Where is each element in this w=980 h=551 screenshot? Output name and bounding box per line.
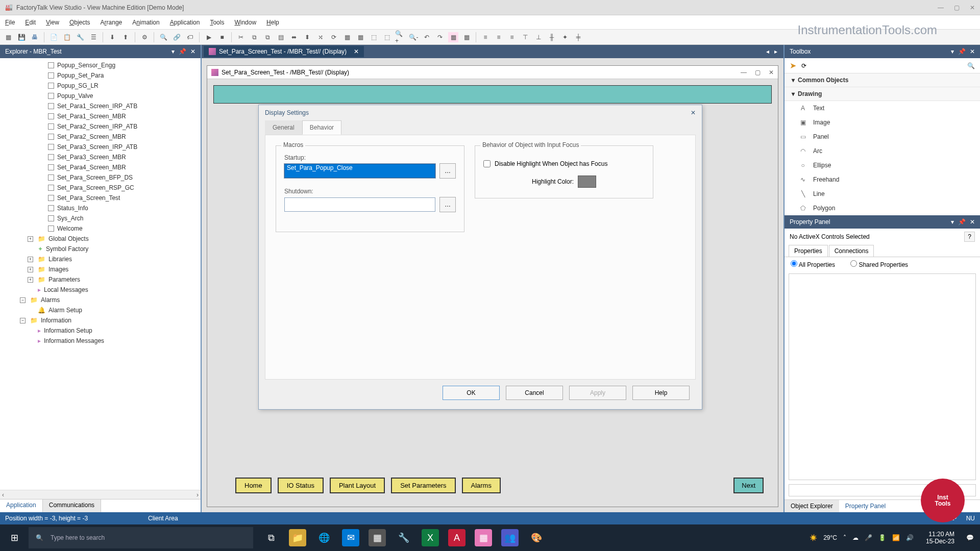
mic-icon[interactable]: 🎤 [865, 534, 872, 541]
al1-icon[interactable]: ≡ [480, 32, 491, 42]
tray-chevron-icon[interactable]: ˄ [843, 534, 846, 541]
tree-item[interactable]: +📁Images [2, 264, 201, 274]
paste-icon[interactable]: 📋 [62, 32, 72, 42]
ft-app-icon[interactable]: ▦ [475, 529, 492, 546]
tool-icon[interactable]: 🔧 [75, 32, 85, 42]
tree-item[interactable]: +📁Parameters [2, 274, 201, 285]
tree-item[interactable]: ✦Symbol Factory [2, 244, 201, 254]
zoomout-icon[interactable]: 🔍- [408, 32, 419, 42]
tree-item[interactable]: Popup_Set_Para [2, 70, 201, 81]
toolbox-item[interactable]: ╲Line [785, 187, 980, 201]
toolbox-search-icon[interactable]: 🔍 [967, 62, 975, 69]
tab-prev-icon[interactable]: ◂ [766, 48, 769, 55]
alignv-icon[interactable]: ⬍ [302, 32, 312, 42]
tab-behavior[interactable]: Behavior [302, 120, 341, 135]
list-icon[interactable]: ☰ [88, 32, 99, 42]
inner-min-icon[interactable]: — [741, 69, 747, 76]
tree-item[interactable]: Popup_Valve [2, 91, 201, 101]
dup2-icon[interactable]: ⧉ [262, 32, 273, 42]
app2-icon[interactable]: 🔧 [395, 529, 412, 546]
tree-item[interactable]: ▸Information Messages [2, 336, 201, 346]
menu-arrange[interactable]: Arrange [101, 19, 122, 26]
menu-application[interactable]: Application [170, 19, 200, 26]
props2-icon[interactable]: ▦ [461, 32, 472, 42]
notifications-icon[interactable]: 💬 [960, 534, 980, 541]
play-icon[interactable]: ▶ [204, 32, 214, 42]
radio-shared-properties[interactable]: Shared Properties [850, 260, 908, 268]
cancel-button[interactable]: Cancel [506, 386, 563, 400]
onedrive-icon[interactable]: ☁ [852, 534, 859, 541]
nav-button[interactable]: IO Status [278, 478, 324, 493]
toolbox-close-icon[interactable]: ✕ [970, 48, 975, 55]
print-icon[interactable]: 🖶 [30, 32, 40, 42]
tree-item[interactable]: Popup_Sensor_Engg [2, 60, 201, 70]
scroll-right-icon[interactable]: › [197, 491, 199, 498]
tree-item[interactable]: Set_Para3_Screen_IRP_ATB [2, 142, 201, 152]
paint-icon[interactable]: 🎨 [528, 529, 545, 546]
menu-view[interactable]: View [46, 19, 59, 26]
start-button[interactable]: ⊞ [0, 532, 29, 543]
al3-icon[interactable]: ≡ [507, 32, 517, 42]
al5-icon[interactable]: ⊥ [533, 32, 544, 42]
close-panel-icon[interactable]: ✕ [190, 48, 195, 55]
ok-button[interactable]: OK [443, 386, 500, 400]
explorer-tab-communications[interactable]: Communications [43, 499, 101, 512]
pointer-icon[interactable]: ➤ [790, 61, 796, 70]
al7-icon[interactable]: ✦ [560, 32, 570, 42]
al2-icon[interactable]: ≡ [494, 32, 504, 42]
toolbox-item[interactable]: ○Ellipse [785, 158, 980, 172]
acrobat-icon[interactable]: A [448, 529, 465, 546]
download-icon[interactable]: ⬇ [107, 32, 117, 42]
tree-item[interactable]: ▸Information Setup [2, 325, 201, 336]
toolbox-item[interactable]: ▭Panel [785, 130, 980, 144]
grid-icon[interactable]: ▦ [342, 32, 352, 42]
new-icon[interactable]: ▦ [3, 32, 13, 42]
nav-button[interactable]: Plant Layout [330, 478, 385, 493]
tree-item[interactable]: Status_Info [2, 203, 201, 213]
group-icon[interactable]: ⬚ [369, 32, 379, 42]
excel-icon[interactable]: X [422, 529, 439, 546]
toolbox-dropdown-icon[interactable]: ▾ [951, 48, 954, 55]
tree-item[interactable]: Set_Para_Screen_RSP_GC [2, 183, 201, 193]
menu-objects[interactable]: Objects [69, 19, 90, 26]
toolbox-section-header[interactable]: ▾Common Objects [785, 73, 980, 87]
link-icon[interactable]: 🔗 [172, 32, 182, 42]
minimize-icon[interactable]: — [938, 4, 944, 11]
chrome-icon[interactable]: 🌐 [315, 529, 333, 546]
zoomin-icon[interactable]: 🔍+ [395, 32, 405, 42]
tree-item[interactable]: Set_Para4_Screen_MBR [2, 162, 201, 172]
outlook-icon[interactable]: ✉ [342, 529, 359, 546]
menu-edit[interactable]: Edit [25, 19, 36, 26]
taskbar-clock[interactable]: 11:20 AM 15-Dec-23 [921, 531, 960, 545]
next-button[interactable]: Next [733, 478, 764, 493]
toolbox-section-header[interactable]: ▾Drawing [785, 87, 980, 101]
tree-item[interactable]: +📁Global Objects [2, 234, 201, 244]
prop-dropdown-icon[interactable]: ▾ [951, 218, 954, 226]
flip-icon[interactable]: ⤭ [315, 32, 326, 42]
tab-connections[interactable]: Connections [829, 245, 874, 257]
wifi-icon[interactable]: 📶 [892, 534, 900, 541]
menu-animation[interactable]: Animation [132, 19, 159, 26]
tree-item[interactable]: Set_Para1_Screen_MBR [2, 111, 201, 121]
al4-icon[interactable]: ⊤ [520, 32, 530, 42]
explorer-tree[interactable]: Popup_Sensor_EnggPopup_Set_ParaPopup_SG_… [0, 58, 201, 490]
scroll-left-icon[interactable]: ‹ [2, 491, 4, 498]
align-icon[interactable]: ▤ [276, 32, 286, 42]
tree-item[interactable]: Set_Para3_Screen_MBR [2, 152, 201, 162]
upload-icon[interactable]: ⬆ [120, 32, 131, 42]
toolbox-item[interactable]: ∿Freehand [785, 172, 980, 187]
dup-icon[interactable]: ⧉ [249, 32, 259, 42]
tab-next-icon[interactable]: ▸ [774, 48, 777, 55]
highlight-color-swatch[interactable] [578, 176, 596, 188]
help-button[interactable]: Help [632, 386, 690, 400]
dialog-close-icon[interactable]: ✕ [691, 109, 696, 116]
ungroup-icon[interactable]: ⬚ [382, 32, 392, 42]
nav-button[interactable]: Alarms [462, 478, 501, 493]
stop-icon[interactable]: ■ [217, 32, 227, 42]
toolbox-pin-icon[interactable]: 📌 [958, 48, 966, 55]
al6-icon[interactable]: ╫ [547, 32, 557, 42]
teams-icon[interactable]: 👥 [501, 529, 519, 546]
apply-button[interactable]: Apply [569, 386, 626, 400]
startup-input[interactable]: Set_Para_Popup_Close [284, 164, 435, 178]
app1-icon[interactable]: ▦ [369, 529, 386, 546]
